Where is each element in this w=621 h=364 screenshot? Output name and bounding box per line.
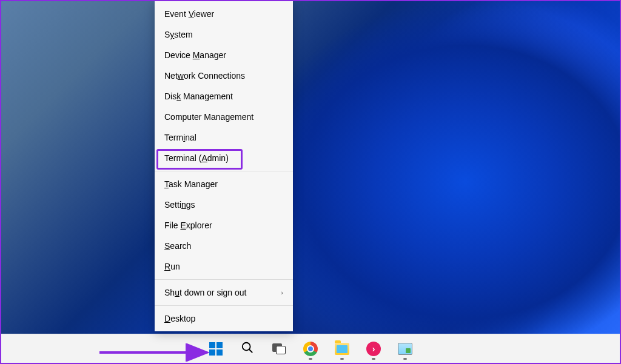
chrome-icon bbox=[303, 342, 318, 356]
menu-item-label: Run bbox=[164, 261, 180, 272]
menu-item-run[interactable]: Run bbox=[155, 256, 293, 277]
folder-icon bbox=[335, 343, 349, 355]
menu-separator bbox=[155, 171, 293, 171]
control-panel-icon bbox=[398, 343, 412, 355]
menu-item-file-explorer[interactable]: File Explorer bbox=[155, 215, 293, 236]
menu-item-shutdown[interactable]: Shut down or sign out› bbox=[155, 282, 293, 303]
menu-item-network-connections[interactable]: Network Connections bbox=[155, 65, 293, 86]
menu-item-event-viewer[interactable]: Event Viewer bbox=[155, 4, 293, 24]
start-button[interactable] bbox=[204, 337, 228, 361]
menu-item-label: File Explorer bbox=[164, 220, 212, 231]
menu-separator bbox=[155, 279, 293, 280]
task-view-icon bbox=[272, 343, 286, 354]
menu-item-label: Terminal bbox=[164, 132, 196, 143]
menu-item-label: Terminal (Admin) bbox=[164, 153, 229, 164]
menu-item-label: Device Manager bbox=[164, 50, 226, 61]
search-icon bbox=[241, 341, 254, 357]
svg-line-2 bbox=[249, 349, 253, 352]
menu-item-label: Settings bbox=[164, 199, 195, 210]
menu-item-terminal[interactable]: Terminal bbox=[155, 127, 293, 148]
task-view-button[interactable] bbox=[267, 337, 291, 361]
chevron-right-icon: › bbox=[281, 287, 283, 298]
menu-item-label: Disk Management bbox=[164, 91, 233, 102]
menu-item-label: Shut down or sign out bbox=[164, 287, 246, 298]
snip-app[interactable]: › bbox=[361, 337, 386, 361]
control-panel-app[interactable] bbox=[393, 337, 417, 361]
chrome-app[interactable] bbox=[298, 337, 323, 361]
menu-item-settings[interactable]: Settings bbox=[155, 194, 293, 215]
menu-item-disk-management[interactable]: Disk Management bbox=[155, 86, 293, 107]
menu-item-label: Task Manager bbox=[164, 179, 218, 190]
menu-item-computer-management[interactable]: Computer Management bbox=[155, 107, 293, 127]
app-icon: › bbox=[366, 342, 381, 356]
menu-separator bbox=[155, 305, 293, 306]
menu-item-device-manager[interactable]: Device Manager bbox=[155, 45, 293, 65]
menu-item-label: Network Connections bbox=[164, 70, 245, 81]
desktop-wallpaper bbox=[1, 1, 620, 363]
menu-item-label: Event Viewer bbox=[164, 8, 214, 19]
svg-point-1 bbox=[243, 342, 250, 350]
menu-item-system[interactable]: System bbox=[155, 24, 293, 45]
winx-context-menu: Event ViewerSystemDevice ManagerNetwork … bbox=[155, 1, 293, 331]
taskbar: › bbox=[1, 334, 620, 363]
file-explorer-app[interactable] bbox=[330, 337, 354, 361]
menu-item-label: Search bbox=[164, 240, 191, 251]
search-button[interactable] bbox=[235, 337, 260, 361]
menu-item-task-manager[interactable]: Task Manager bbox=[155, 174, 293, 194]
menu-item-label: System bbox=[164, 29, 193, 40]
windows-logo-icon bbox=[209, 342, 223, 356]
menu-item-label: Desktop bbox=[164, 313, 195, 324]
menu-item-desktop[interactable]: Desktop bbox=[155, 308, 293, 329]
menu-item-terminal-admin[interactable]: Terminal (Admin) bbox=[155, 148, 293, 168]
menu-item-search[interactable]: Search bbox=[155, 236, 293, 256]
menu-item-label: Computer Management bbox=[164, 111, 253, 122]
